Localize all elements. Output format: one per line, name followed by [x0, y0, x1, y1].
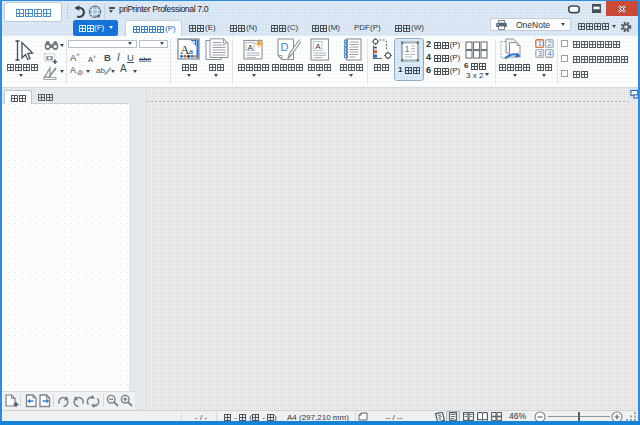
svg-text:A: A [315, 42, 321, 51]
svg-text:a: a [189, 46, 193, 56]
svg-text:4: 4 [548, 49, 552, 58]
svg-text:A: A [248, 43, 254, 52]
svg-text:1: 1 [538, 39, 542, 48]
svg-text:D: D [281, 41, 289, 53]
svg-text:1: 1 [405, 44, 410, 54]
svg-text:2: 2 [548, 39, 552, 48]
svg-text:3: 3 [538, 49, 542, 58]
